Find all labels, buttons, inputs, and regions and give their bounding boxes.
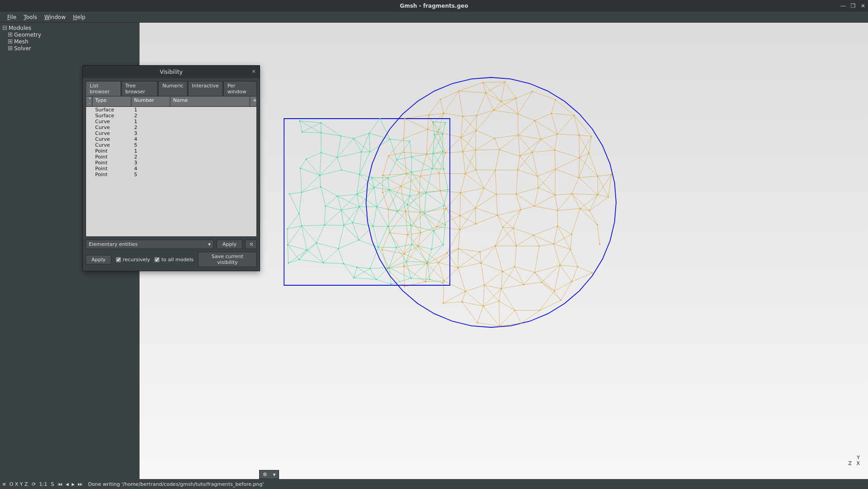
svg-point-581 [305, 158, 307, 160]
tab-numeric[interactable]: Numeric [158, 81, 187, 96]
svg-point-658 [501, 101, 502, 102]
tab-per-window[interactable]: Per window [223, 81, 257, 96]
table-row[interactable]: Curve2 [86, 125, 256, 130]
svg-line-526 [323, 249, 338, 263]
expand-icon[interactable]: + [8, 33, 12, 37]
tree-item-mesh[interactable]: +Mesh [3, 38, 137, 45]
svg-line-29 [429, 113, 444, 115]
svg-point-583 [337, 157, 338, 158]
svg-point-619 [301, 225, 302, 227]
column-name[interactable]: Name [170, 96, 250, 106]
svg-line-223 [589, 211, 597, 225]
menu-help[interactable]: Help [69, 13, 89, 21]
table-row[interactable]: Point1 [86, 148, 256, 154]
svg-point-575 [353, 138, 354, 139]
svg-line-303 [501, 272, 502, 289]
svg-line-236 [447, 230, 460, 253]
column-plus[interactable]: + [250, 96, 256, 106]
svg-line-491 [287, 229, 288, 245]
close-icon[interactable]: ✕ [860, 3, 866, 9]
to-all-models-checkbox[interactable]: to all models [154, 257, 193, 263]
entity-type-select[interactable]: Elementary entities ▾ [86, 240, 214, 249]
svg-line-467 [325, 206, 341, 210]
svg-point-753 [539, 245, 540, 247]
svg-line-523 [299, 243, 316, 259]
svg-line-142 [537, 176, 538, 188]
svg-line-449 [374, 187, 389, 190]
svg-line-427 [374, 178, 388, 187]
svg-line-498 [344, 223, 353, 225]
menu-window[interactable]: Window [41, 13, 69, 21]
refresh-button[interactable]: ⤭ [245, 240, 257, 249]
svg-line-88 [383, 156, 389, 176]
svg-line-518 [307, 243, 316, 250]
table-row[interactable]: Point5 [86, 172, 256, 177]
table-row[interactable]: Curve1 [86, 119, 256, 125]
table-row[interactable]: Point3 [86, 160, 256, 166]
svg-line-392 [300, 159, 306, 168]
table-row[interactable]: Curve5 [86, 142, 256, 148]
column-number[interactable]: Number [131, 96, 170, 106]
svg-point-763 [502, 271, 503, 272]
column-star[interactable]: *- [86, 96, 92, 106]
svg-line-328 [483, 285, 484, 307]
tab-list-browser[interactable]: List browser [86, 81, 121, 96]
apply-filter-button[interactable]: Apply [217, 240, 242, 249]
collapse-icon[interactable]: − [3, 26, 7, 30]
step-button[interactable]: S [51, 481, 54, 487]
svg-line-105 [520, 152, 532, 156]
svg-line-134 [476, 170, 495, 170]
zoom-ratio[interactable]: 1:1 [39, 481, 48, 487]
table-row[interactable]: Curve4 [86, 136, 256, 142]
menu-icon[interactable]: ≡ [3, 481, 6, 487]
expand-icon[interactable]: + [8, 46, 12, 50]
svg-line-394 [321, 153, 337, 158]
svg-line-22 [532, 91, 555, 100]
svg-line-98 [463, 152, 465, 174]
table-row[interactable]: Surface2 [86, 113, 256, 119]
svg-point-641 [343, 263, 344, 264]
svg-line-391 [306, 153, 321, 159]
svg-point-680 [556, 134, 558, 135]
svg-line-249 [554, 226, 557, 244]
dialog-tabs: List browserTree browserNumericInteracti… [83, 78, 260, 96]
menu-tools[interactable]: Tools [20, 13, 41, 21]
svg-line-79 [541, 139, 555, 150]
save-visibility-button[interactable]: Save current visibility [198, 252, 257, 267]
svg-line-140 [516, 170, 517, 194]
svg-point-590 [299, 168, 301, 169]
expand-icon[interactable]: + [8, 39, 12, 43]
table-row[interactable]: Point4 [86, 166, 256, 172]
svg-line-315 [560, 265, 572, 282]
apply-button[interactable]: Apply [86, 255, 111, 264]
recursively-checkbox[interactable]: recursively [116, 257, 150, 263]
menu-file[interactable]: File [4, 13, 20, 21]
svg-line-44 [518, 114, 518, 135]
table-row[interactable]: Surface1 [86, 107, 256, 113]
tree-item-geometry[interactable]: +Geometry [3, 31, 137, 38]
options-gear[interactable]: ✲ ▾ [259, 470, 279, 479]
maximize-icon[interactable]: ❐ [850, 3, 856, 9]
minimize-icon[interactable]: — [840, 3, 846, 9]
svg-line-388 [434, 135, 443, 152]
tab-tree-browser[interactable]: Tree browser [121, 81, 158, 96]
column-type[interactable]: Type [92, 96, 131, 106]
table-row[interactable]: Curve3 [86, 130, 256, 136]
svg-point-733 [389, 232, 390, 233]
svg-point-649 [391, 283, 392, 285]
tree-root[interactable]: − Modules [3, 24, 137, 31]
tree-item-solver[interactable]: +Solver [3, 45, 137, 52]
svg-line-438 [299, 192, 302, 214]
svg-line-24 [551, 100, 555, 113]
menubar: File Tools Window Help [0, 12, 868, 23]
svg-point-631 [338, 248, 339, 249]
rotate-icon[interactable]: ⟳ [32, 481, 36, 487]
table-row[interactable]: Point2 [86, 154, 256, 160]
dialog-titlebar[interactable]: Visibility × [83, 66, 260, 78]
nav-buttons[interactable]: ⏮ ◀ ▶ ⏭ [58, 481, 82, 487]
orientation-buttons[interactable]: O X Y Z [10, 481, 28, 487]
dialog-close-icon[interactable]: × [251, 68, 257, 75]
svg-line-206 [460, 216, 476, 224]
tab-interactive[interactable]: Interactive [188, 81, 223, 96]
svg-point-696 [406, 173, 407, 174]
